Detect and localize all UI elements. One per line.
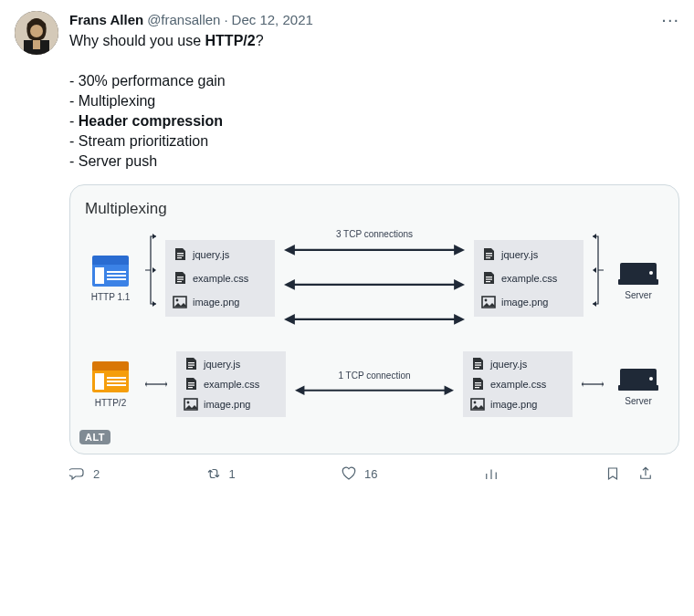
svg-point-13 xyxy=(30,25,43,37)
image-icon xyxy=(173,295,187,309)
file-item: example.css xyxy=(184,377,279,392)
bracket-right xyxy=(593,229,604,311)
author-handle[interactable]: @fransallen xyxy=(147,11,220,29)
file-item: image.png xyxy=(184,397,279,412)
tweet-text: Why should you use HTTP/2? - 30% perform… xyxy=(69,31,679,172)
views-button[interactable] xyxy=(483,465,499,482)
reply-count: 2 xyxy=(93,467,100,481)
text-line1-suffix: ? xyxy=(256,33,264,48)
http2-files-right: jquery.js example.css image.png xyxy=(463,351,573,417)
tweet: Frans Allen @fransallen · Dec 12, 2021 ·… xyxy=(0,0,694,493)
bullet-5: - Server push xyxy=(69,153,157,169)
reply-button[interactable]: 2 xyxy=(69,465,100,482)
http2-label: HTTP/2 xyxy=(95,398,126,408)
http11-files-left: jquery.js example.css image.png xyxy=(165,240,275,317)
document-icon xyxy=(470,377,485,392)
analytics-icon xyxy=(483,465,499,482)
bullet-1: - 30% performance gain xyxy=(69,73,226,89)
bullet-3-prefix: - xyxy=(69,113,79,129)
diagram: HTTP 1.1 jquery.js example.css image.png… xyxy=(85,229,664,417)
svg-marker-16 xyxy=(152,234,156,239)
document-icon xyxy=(470,357,485,371)
card-title: Multiplexing xyxy=(85,200,664,218)
arrow-icon xyxy=(284,276,465,294)
retweet-button[interactable]: 1 xyxy=(205,465,236,482)
server-icon xyxy=(618,257,658,285)
avatar[interactable] xyxy=(15,11,58,55)
more-options-button[interactable]: ··· xyxy=(661,9,679,30)
arrow-icon xyxy=(295,382,454,398)
svg-rect-15 xyxy=(33,40,40,49)
tweet-body: Frans Allen @fransallen · Dec 12, 2021 ·… xyxy=(69,11,679,482)
http11-client: HTTP 1.1 xyxy=(85,256,136,302)
document-icon xyxy=(481,271,496,286)
heart-icon xyxy=(341,465,357,482)
svg-marker-17 xyxy=(152,301,156,307)
media-card[interactable]: Multiplexing HTTP 1.1 xyxy=(69,184,679,454)
share-icon xyxy=(637,465,654,482)
server-icon xyxy=(618,363,658,391)
bookmark-icon xyxy=(605,465,621,482)
bookmark-button[interactable] xyxy=(605,465,621,482)
http11-label: HTTP 1.1 xyxy=(91,292,131,302)
arrow-icon xyxy=(145,380,167,389)
http11-server: Server xyxy=(613,257,664,300)
file-item: jquery.js xyxy=(173,245,268,264)
http2-section: HTTP/2 jquery.js example.css image.png 1… xyxy=(85,351,664,417)
separator-dot: · xyxy=(224,11,227,29)
image-icon xyxy=(184,397,198,412)
arrow-icon xyxy=(284,310,465,329)
tweet-header: Frans Allen @fransallen · Dec 12, 2021 xyxy=(69,11,679,29)
image-icon xyxy=(470,397,485,412)
http2-connection: 1 TCP connection xyxy=(295,371,454,398)
document-icon xyxy=(173,247,187,262)
svg-marker-18 xyxy=(152,267,156,273)
conn-label: 3 TCP connections xyxy=(336,229,413,239)
http11-connections: 3 TCP connections xyxy=(284,229,465,328)
http11-section: HTTP 1.1 jquery.js example.css image.png… xyxy=(85,229,664,328)
author-name[interactable]: Frans Allen xyxy=(69,11,143,29)
http2-client: HTTP/2 xyxy=(85,361,136,408)
bullet-3-bold: Header compression xyxy=(79,113,223,129)
text-line1-bold: HTTP/2 xyxy=(205,33,256,48)
svg-marker-21 xyxy=(593,267,596,273)
file-item: example.css xyxy=(470,377,565,392)
file-item: image.png xyxy=(173,293,268,311)
file-item: image.png xyxy=(470,397,565,412)
server-label: Server xyxy=(625,396,651,406)
text-line1-prefix: Why should you use xyxy=(69,33,205,48)
document-icon xyxy=(184,377,198,392)
like-count: 16 xyxy=(364,467,377,481)
document-icon xyxy=(184,357,198,371)
share-button[interactable] xyxy=(637,465,654,482)
tweet-date[interactable]: Dec 12, 2021 xyxy=(232,11,313,29)
like-button[interactable]: 16 xyxy=(341,465,377,482)
http2-files-left: jquery.js example.css image.png xyxy=(176,351,286,417)
arrow-icon xyxy=(582,380,604,389)
alt-badge[interactable]: ALT xyxy=(79,430,110,444)
file-item: example.css xyxy=(173,269,268,287)
conn-label: 1 TCP connection xyxy=(338,371,410,381)
http2-server: Server xyxy=(613,363,664,406)
reply-icon xyxy=(69,465,86,482)
document-icon xyxy=(481,247,496,262)
document-icon xyxy=(173,271,187,286)
server-label: Server xyxy=(625,290,651,300)
image-icon xyxy=(481,295,496,309)
browser-icon xyxy=(92,256,129,287)
file-item: jquery.js xyxy=(470,357,565,371)
browser-icon xyxy=(92,361,129,392)
arrow-icon xyxy=(284,241,465,259)
svg-marker-19 xyxy=(593,234,596,239)
file-item: example.css xyxy=(481,269,576,287)
file-item: jquery.js xyxy=(184,357,279,371)
retweet-count: 1 xyxy=(229,467,236,481)
bullet-4: - Stream prioritization xyxy=(69,133,208,149)
bullet-2: - Multiplexing xyxy=(69,93,155,109)
svg-marker-20 xyxy=(593,301,596,307)
tweet-actions: 2 1 16 xyxy=(69,465,654,482)
file-item: image.png xyxy=(481,293,576,311)
file-item: jquery.js xyxy=(481,245,576,264)
retweet-icon xyxy=(205,465,222,482)
bracket-left xyxy=(145,229,156,311)
